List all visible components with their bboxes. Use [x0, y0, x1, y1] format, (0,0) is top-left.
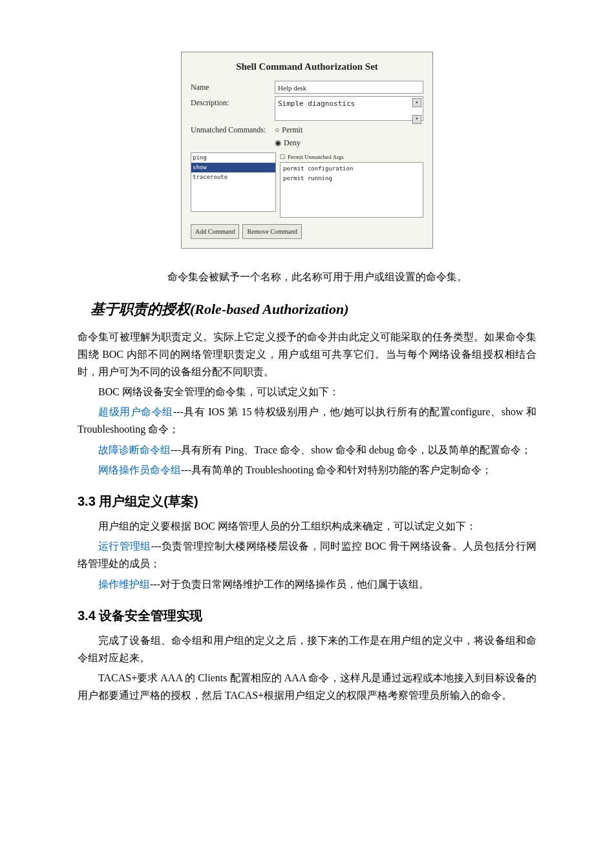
dialog-box: Shell Command Authorization Set Name Hel…: [181, 52, 433, 249]
name-field[interactable]: Help desk: [275, 81, 423, 94]
body-text: 用户组的定义要根据 BOC 网络管理人员的分工组织构成来确定，可以试定义如下：: [78, 517, 536, 535]
body-text: 超级用户命令组---具有 IOS 第 15 特权级别用户，他/她可以执行所有的配…: [78, 403, 536, 438]
body-text: 完成了设备组、命令组和用户组的定义之后，接下来的工作是在用户组的定义中，将设备组…: [78, 632, 536, 666]
args-box[interactable]: permit configuration permit running: [280, 162, 423, 218]
term-run-group: 运行管理组: [98, 541, 151, 552]
command-list[interactable]: ping show traceroute: [191, 152, 276, 212]
body-text: 运行管理组---负责管理控制大楼网络楼层设备，同时监控 BOC 骨干网络设备。人…: [78, 537, 536, 572]
term-super-user: 超级用户命令组: [98, 406, 173, 417]
body-text: 操作维护组---对于负责日常网络维护工作的网络操作员，他们属于该组。: [78, 575, 536, 593]
list-item[interactable]: traceroute: [191, 172, 275, 182]
body-text: 命令集可被理解为职责定义。实际上它定义授予的命令并由此定义可能采取的任务类型。如…: [78, 328, 536, 381]
figure-caption: 命令集会被赋予一个名称，此名称可用于用户或组设置的命令集。: [78, 268, 536, 285]
term-diag: 故障诊断命令组: [98, 444, 171, 455]
checkbox-unmatched-args[interactable]: ☐: [280, 154, 285, 160]
args-line: permit running: [283, 174, 420, 183]
add-command-button[interactable]: Add Command: [191, 224, 239, 239]
term-maint-group: 操作维护组: [98, 579, 150, 590]
body-text: 网络操作员命令组---具有简单的 Troubleshooting 命令和针对特别…: [78, 461, 536, 479]
unmatched-radios: ○Permit ◉Deny: [275, 123, 302, 150]
dialog-title: Shell Command Authorization Set: [191, 59, 423, 76]
body-text: TACAS+要求 AAA 的 Clients 配置相应的 AAA 命令，这样凡是…: [78, 669, 536, 704]
heading-3-4: 3.4 设备安全管理实现: [78, 604, 536, 626]
scroll-down-icon[interactable]: ▾: [412, 115, 421, 124]
args-line: permit configuration: [283, 164, 420, 174]
description-value: Simple diagnostics: [278, 99, 355, 108]
label-name: Name: [191, 81, 275, 94]
checkbox-label: Permit Unmatched Args: [288, 154, 344, 160]
remove-command-button[interactable]: Remove Command: [242, 224, 302, 239]
body-text: BOC 网络设备安全管理的命令集，可以试定义如下：: [78, 383, 536, 400]
heading-3-3: 3.3 用户组定义(草案): [78, 490, 536, 512]
scrollbar[interactable]: ▴ ▾: [412, 98, 420, 124]
radio-permit-label: Permit: [282, 125, 302, 134]
radio-deny[interactable]: ◉: [275, 138, 281, 147]
label-unmatched: Unmatched Commands:: [191, 123, 275, 136]
description-field[interactable]: Simple diagnostics ▴ ▾: [275, 96, 423, 121]
radio-permit[interactable]: ○: [275, 125, 279, 134]
list-item[interactable]: ping: [191, 153, 275, 163]
scroll-up-icon[interactable]: ▴: [412, 98, 421, 107]
term-oper: 网络操作员命令组: [98, 464, 181, 475]
body-text: 故障诊断命令组---具有所有 Ping、Trace 命令、show 命令和 de…: [78, 441, 536, 459]
heading-role-based: 基于职责的授权(Role-based Authorization): [90, 297, 536, 321]
radio-deny-label: Deny: [284, 138, 301, 147]
list-item[interactable]: show: [191, 163, 275, 172]
label-description: Description:: [191, 96, 275, 109]
figure-shell-cmd-auth: Shell Command Authorization Set Name Hel…: [78, 52, 536, 249]
